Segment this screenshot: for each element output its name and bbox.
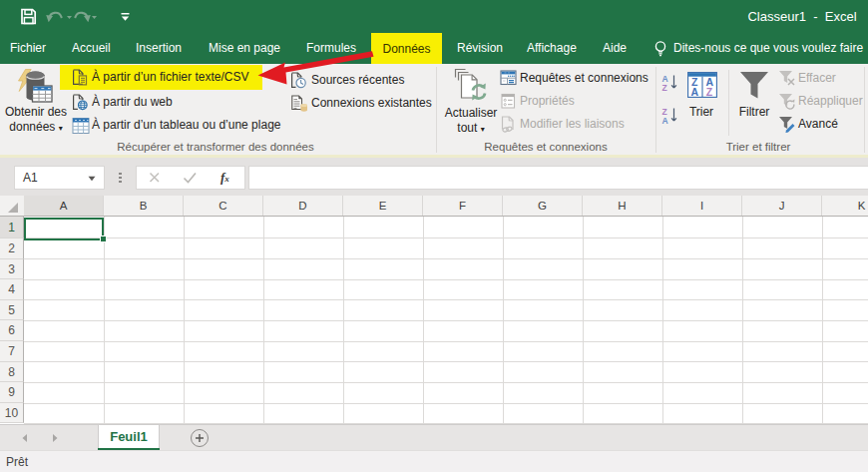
- svg-text:Z: Z: [662, 83, 667, 93]
- svg-text:A: A: [662, 116, 668, 126]
- svg-text:Z: Z: [706, 86, 713, 98]
- svg-text:A: A: [691, 86, 699, 98]
